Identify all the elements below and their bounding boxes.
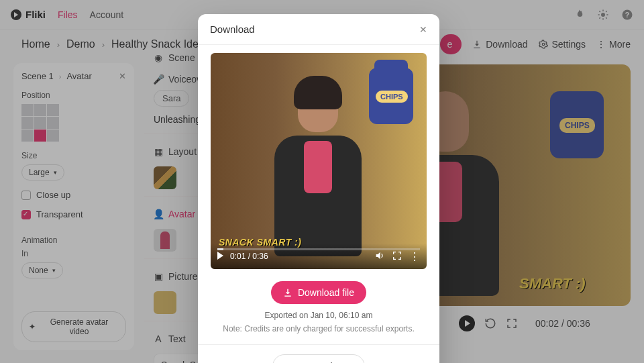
chips-graphic [369, 68, 413, 124]
fullscreen-icon[interactable] [392, 250, 402, 263]
embedded-video-controls: 0:01 / 0:36 ⋮ [211, 244, 427, 269]
preview-time: 0:01 / 0:36 [230, 252, 268, 261]
play-icon[interactable] [217, 252, 223, 262]
download-icon [283, 288, 292, 297]
modal-footer: Export again → [198, 345, 439, 363]
download-file-button[interactable]: Download file [271, 281, 366, 304]
presenter-figure [271, 80, 365, 261]
more-vertical-icon[interactable]: ⋮ [409, 250, 420, 263]
exported-timestamp: Exported on Jan 10, 06:10 am [207, 311, 430, 320]
modal-header: Download ✕ [198, 14, 439, 45]
modal-title: Download [210, 23, 255, 35]
download-modal: Download ✕ SNACK SMART :) 0:01 / 0:36 ⋮ [198, 14, 439, 363]
credits-note: Note: Credits are only charged for succe… [207, 324, 430, 333]
video-preview[interactable]: SNACK SMART :) 0:01 / 0:36 ⋮ [211, 53, 427, 269]
modal-body: SNACK SMART :) 0:01 / 0:36 ⋮ Download fi… [198, 45, 439, 345]
close-icon[interactable]: ✕ [419, 24, 427, 35]
export-again-button[interactable]: Export again → [272, 354, 366, 363]
volume-icon[interactable] [374, 250, 385, 263]
